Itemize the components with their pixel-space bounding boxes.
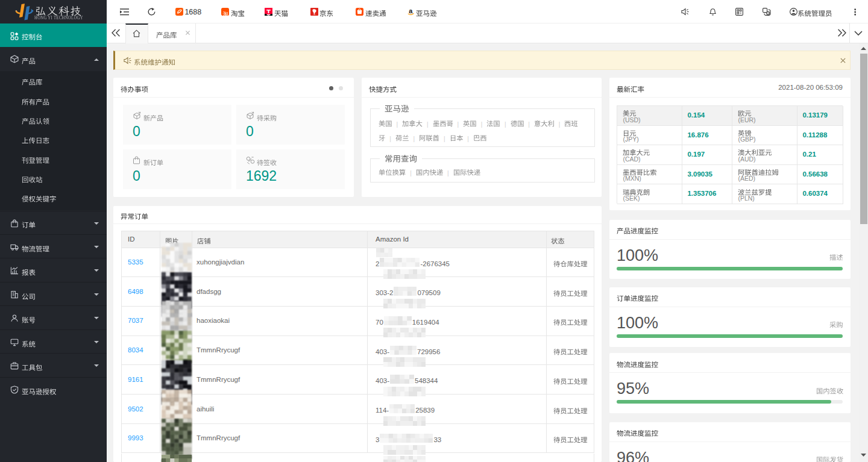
svg-text:a: a: [409, 8, 413, 14]
svg-text:JD: JD: [313, 13, 315, 16]
